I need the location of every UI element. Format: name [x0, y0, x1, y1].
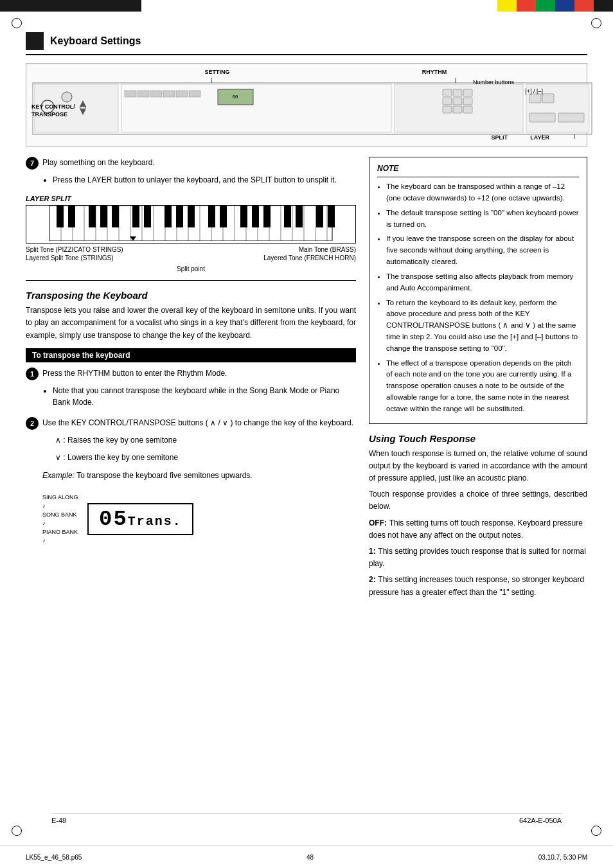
note-title: NOTE	[377, 163, 579, 177]
header-icon	[26, 32, 44, 50]
svg-rect-29	[529, 113, 555, 122]
bottom-bar: LK55_e_46_58.p65 48 03.10.7, 5:30 PM	[0, 846, 613, 868]
svg-rect-77	[316, 206, 323, 227]
footer-right: 03.10.7, 5:30 PM	[538, 854, 587, 861]
tone-labels-row1: Split Tone (PIZZICATO STRINGS) Main Tone…	[26, 246, 356, 253]
main-tone-label: Main Tone (BRASS)	[299, 246, 356, 253]
step-2-up: ∧ : Raises the key by one semitone	[55, 434, 356, 447]
svg-rect-30	[558, 113, 584, 122]
touch-off-label: OFF:	[369, 518, 387, 527]
touch-response-section: Using Touch Response When touch response…	[369, 433, 587, 599]
touch-off-item: OFF: This setting turns off touch respon…	[369, 517, 587, 542]
keyboard-diagram: SETTING RHYTHM	[26, 63, 587, 146]
transposing-title: Transposing the Keyboard	[26, 290, 356, 301]
svg-rect-11	[138, 91, 149, 97]
page-title: Keyboard Settings	[50, 35, 141, 47]
step-2-text: Use the KEY CONTROL/TRANSPOSE buttons ( …	[42, 417, 356, 429]
svg-rect-12	[150, 91, 162, 97]
step-1-circle: 1	[26, 368, 39, 380]
layer-label: LAYER	[530, 134, 549, 141]
note-item-5: The effect of a transpose operation depe…	[386, 358, 579, 415]
display-label-2: SONG BANK ♪	[42, 511, 81, 528]
touch-1-text: This setting provides touch response tha…	[369, 547, 586, 568]
svg-rect-15	[189, 91, 200, 97]
touch-response-title: Using Touch Response	[369, 433, 587, 444]
page-number: E-48	[51, 817, 66, 824]
step-1-bullet: Note that you cannot transpose the keybo…	[53, 385, 356, 408]
reg-mark-br	[591, 826, 601, 836]
svg-rect-62	[89, 206, 96, 227]
step-1-text: Press the RHYTHM button to enter the Rhy…	[42, 368, 356, 380]
svg-rect-74	[263, 206, 271, 227]
split-label: SPLIT	[491, 134, 508, 141]
note-box: NOTE The keyboard can be transposed with…	[369, 157, 587, 424]
step-2-row: 2 Use the KEY CONTROL/TRANSPOSE buttons …	[26, 417, 356, 487]
note-item-4: To return the keyboard to its default ke…	[386, 297, 579, 355]
touch-1-item: 1: This setting provides touch response …	[369, 545, 587, 570]
piano-svg: /* placeholder */	[26, 206, 355, 241]
note-item-1: The default transpose setting is "00" wh…	[386, 208, 579, 231]
svg-rect-24	[443, 106, 452, 113]
display-label-3: PIANO BANK ♪	[42, 528, 81, 545]
svg-rect-67	[164, 206, 172, 227]
touch-2-item: 2: This setting increases touch response…	[369, 574, 587, 598]
svg-rect-63	[100, 206, 107, 227]
svg-rect-73	[252, 206, 259, 227]
svg-rect-28	[542, 94, 554, 103]
step-7-row: 7 Play something on the keyboard. Press …	[26, 157, 356, 190]
svg-rect-71	[220, 206, 227, 227]
touch-off-text: This setting turns off touch response. K…	[369, 518, 583, 540]
svg-rect-75	[284, 206, 291, 227]
svg-rect-70	[208, 206, 215, 227]
reg-mark-tr	[591, 18, 601, 28]
step-2-circle: 2	[26, 417, 39, 430]
svg-rect-61	[68, 206, 75, 227]
svg-text:00: 00	[233, 94, 238, 100]
note-list: The keyboard can be transposed within a …	[386, 181, 579, 414]
svg-rect-72	[240, 206, 247, 227]
svg-rect-68	[176, 206, 183, 227]
svg-rect-13	[163, 91, 175, 97]
svg-rect-19	[453, 89, 462, 96]
touch-2-label: 2:	[369, 575, 376, 584]
svg-rect-18	[443, 89, 452, 96]
touch-intro-1: When touch response is turned on, the re…	[369, 448, 587, 485]
display-number: 05	[99, 507, 128, 531]
svg-point-6	[62, 92, 72, 102]
keyboard-panel-svg: 00	[31, 78, 594, 139]
reg-mark-bl	[12, 826, 22, 836]
svg-rect-27	[529, 94, 541, 103]
svg-rect-20	[463, 89, 472, 96]
svg-rect-76	[296, 206, 303, 227]
footer-left: LK55_e_46_58.p65	[26, 854, 82, 861]
display-labels: SING ALONG ♪ SONG BANK ♪ PIANO BANK ♪	[42, 493, 81, 545]
footer-center: 48	[306, 854, 314, 861]
step-7-bullet: Press the LAYER button to unlayer the ke…	[53, 174, 356, 186]
svg-rect-60	[57, 206, 64, 227]
svg-rect-25	[453, 106, 462, 113]
svg-rect-23	[463, 98, 472, 105]
svg-rect-66	[144, 206, 151, 227]
step-2-example: Example: To transpose the keyboard five …	[42, 470, 356, 482]
transpose-box-heading: To transpose the keyboard	[26, 348, 356, 362]
tone-labels-row2: Layered Split Tone (STRINGS) Layered Ton…	[26, 254, 356, 261]
touch-intro-2: Touch response provides a choice of thre…	[369, 488, 587, 513]
step-1-row: 1 Press the RHYTHM button to enter the R…	[26, 368, 356, 412]
svg-rect-69	[188, 206, 195, 227]
layered-split-tone-label: Layered Split Tone (STRINGS)	[26, 254, 114, 261]
split-tone-label: Split Tone (PIZZICATO STRINGS)	[26, 246, 123, 253]
display-screen: 05Trans.	[87, 503, 193, 535]
touch-1-label: 1:	[369, 547, 376, 556]
layer-split-label: LAYER SPLIT	[26, 195, 356, 202]
svg-rect-78	[328, 206, 335, 227]
step-2-down: ∨ : Lowers the key by one semitone	[55, 452, 356, 464]
svg-rect-26	[463, 106, 472, 113]
svg-rect-21	[443, 98, 452, 105]
section-header: Keyboard Settings	[26, 32, 587, 55]
note-item-2: If you leave the transpose screen on the…	[386, 233, 579, 267]
svg-rect-14	[176, 91, 188, 97]
svg-rect-64	[112, 206, 119, 227]
catalog-number: 642A-E-050A	[519, 817, 562, 824]
note-item-3: The transpose setting also affects playb…	[386, 271, 579, 294]
plus-minus-label: [+] / [–]	[525, 88, 543, 94]
